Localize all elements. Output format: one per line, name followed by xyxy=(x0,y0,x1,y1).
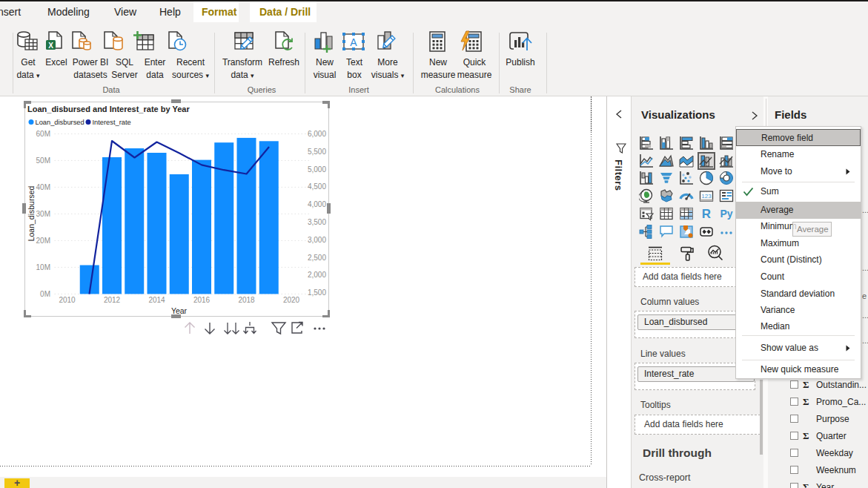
svg-text:30M: 30M xyxy=(36,210,50,218)
svg-text:X: X xyxy=(48,42,53,50)
svg-text:2010: 2010 xyxy=(59,296,76,304)
svg-text:0M: 0M xyxy=(40,290,50,298)
svg-text:40M: 40M xyxy=(36,183,50,191)
svg-text:50M: 50M xyxy=(36,156,50,165)
svg-text:20M: 20M xyxy=(36,237,50,245)
svg-text:2,000: 2,000 xyxy=(308,271,326,279)
svg-text:60M: 60M xyxy=(36,130,50,138)
svg-text:A: A xyxy=(350,36,357,48)
svg-text:4,500: 4,500 xyxy=(308,182,326,191)
svg-text:4,000: 4,000 xyxy=(308,200,326,208)
svg-text:Loan_disbursed: Loan_disbursed xyxy=(27,185,36,241)
svg-text:2014: 2014 xyxy=(148,296,165,304)
svg-text:2016: 2016 xyxy=(193,296,211,304)
svg-text:1,500: 1,500 xyxy=(308,288,326,297)
svg-text:2020: 2020 xyxy=(283,296,300,304)
svg-text:5,500: 5,500 xyxy=(308,148,326,156)
svg-text:2018: 2018 xyxy=(238,296,255,304)
svg-text:2012: 2012 xyxy=(104,296,121,304)
svg-text:Loan_disbursed: Loan_disbursed xyxy=(36,119,85,126)
svg-text:3,000: 3,000 xyxy=(308,236,326,244)
svg-text:Interest_rate: Interest_rate xyxy=(93,119,131,126)
svg-text:123: 123 xyxy=(701,193,712,200)
svg-text:5,000: 5,000 xyxy=(308,165,326,174)
svg-text:R: R xyxy=(702,207,711,221)
svg-text:Year: Year xyxy=(171,306,188,315)
svg-text:Loan_disbursed and Interest_ra: Loan_disbursed and Interest_rate by Year xyxy=(27,105,190,113)
svg-text:2,500: 2,500 xyxy=(308,254,326,262)
svg-text:Py: Py xyxy=(720,208,732,220)
svg-text:10M: 10M xyxy=(36,263,50,271)
svg-text:3,500: 3,500 xyxy=(308,218,326,226)
svg-text:6,000: 6,000 xyxy=(308,130,326,138)
